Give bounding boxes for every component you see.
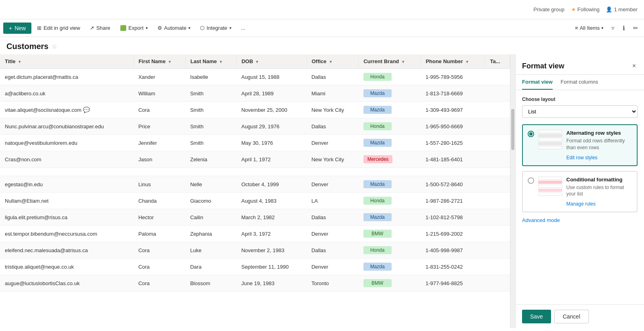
brand-badge: Mazda [363, 89, 392, 97]
info-button[interactable]: ℹ [620, 22, 627, 34]
table-area[interactable]: Title ▾ First Name ▾ Last Name ▾ DOB ▾ O… [0, 54, 510, 328]
integrate-icon: ⬡ [200, 25, 204, 31]
alternating-radio[interactable] [528, 131, 534, 137]
table-row[interactable]: natoque@vestibulumlorem.eduJenniferSmith… [0, 135, 510, 151]
table-row[interactable]: a@aclibero.co.ukWilliamSmithApril 28, 19… [0, 85, 510, 102]
page-title: Customers [6, 42, 48, 51]
format-view-panel: Format view × Format view Format columns… [515, 54, 644, 328]
panel-body: Choose layout List Gallery Board [516, 90, 644, 304]
export-chevron-icon: ▾ [146, 26, 148, 30]
firstname-sort-icon: ▾ [169, 60, 171, 64]
scroll-thumb[interactable] [511, 109, 514, 150]
table-row[interactable] [0, 168, 510, 176]
alternating-desc: Format odd rows differently than even ro… [566, 138, 632, 151]
brand-sort-icon: ▾ [402, 60, 404, 64]
brand-badge: Honda [363, 122, 392, 130]
alternating-content: Alternating row styles Format odd rows d… [566, 130, 632, 160]
tab-format-view[interactable]: Format view [522, 75, 553, 90]
brand-badge: BMW [363, 279, 392, 287]
all-items-button[interactable]: ≡ All Items ▾ [573, 23, 606, 33]
brand-badge: Mazda [363, 263, 392, 271]
table-row[interactable]: est.tempor.bibendum@neccursusa.comPaloma… [0, 226, 510, 242]
edit-button[interactable]: ✏ [631, 22, 641, 34]
table-row[interactable]: Nullam@Etiam.netChandaGiacomoAugust 4, 1… [0, 193, 510, 209]
panel-close-button[interactable]: × [631, 61, 638, 71]
following-label[interactable]: ★ Following [571, 6, 600, 12]
message-icon[interactable]: 💬 [83, 107, 90, 113]
share-icon: ↗ [90, 25, 94, 31]
col-dob[interactable]: DOB ▾ [236, 54, 306, 69]
brand-badge: Honda [363, 73, 392, 81]
title-sort-icon: ▾ [19, 60, 21, 64]
manage-rules-link[interactable]: Manage rules [566, 201, 596, 207]
edit-icon: ✏ [633, 25, 638, 31]
col-title[interactable]: Title ▾ [0, 54, 134, 69]
table-row[interactable]: Nunc.pulvinar.arcu@conubianostraper.eduP… [0, 118, 510, 135]
col-phone[interactable]: Phone Number ▾ [421, 54, 485, 69]
members-icon: 👤 [606, 6, 612, 12]
conditional-preview [538, 177, 562, 196]
automate-chevron-icon: ▾ [188, 26, 190, 30]
panel-header: Format view × [516, 54, 644, 75]
vertical-scrollbar[interactable] [510, 54, 515, 328]
command-bar: + New ⊞ Edit in grid view ↗ Share 🟩 Expo… [0, 19, 644, 37]
brand-badge: Mazda [363, 180, 392, 188]
more-options-button[interactable]: ... [237, 23, 250, 33]
panel-footer: Save Cancel [516, 304, 644, 328]
lastname-sort-icon: ▾ [220, 60, 222, 64]
all-items-chevron-icon: ▾ [601, 26, 603, 30]
brand-badge: Honda [363, 246, 392, 254]
top-right-bar: ≡ All Items ▾ ▿ ℹ ✏ [573, 22, 641, 34]
tab-format-columns[interactable]: Format columns [561, 75, 598, 90]
panel-tabs: Format view Format columns [516, 75, 644, 90]
advanced-mode-link[interactable]: Advanced mode [522, 217, 638, 223]
export-icon: 🟩 [120, 25, 126, 31]
office-sort-icon: ▾ [330, 60, 332, 64]
dob-sort-icon: ▾ [256, 60, 258, 64]
filter-button[interactable]: ▿ [609, 22, 617, 34]
brand-badge: Mazda [363, 139, 392, 147]
col-brand[interactable]: Current Brand ▾ [359, 54, 421, 69]
info-icon: ℹ [623, 25, 625, 31]
brand-badge: Mercedes [363, 155, 393, 163]
members-label: 👤 1 member [606, 6, 638, 12]
table-row[interactable]: egestas@in.eduLinusNelleOctober 4, 1999D… [0, 176, 510, 193]
conditional-content: Conditional formatting Use custom rules … [566, 177, 632, 207]
alternating-preview [538, 130, 562, 149]
table-row[interactable]: augue@luctuslobortisClas.co.ukCoraBlosso… [0, 275, 510, 292]
table-row[interactable]: ligula.elit.pretium@risus.caHectorCailin… [0, 209, 510, 226]
table-row[interactable]: eget.dictum.placerat@mattis.caXanderIsab… [0, 69, 510, 85]
layout-select[interactable]: List Gallery Board [522, 105, 638, 118]
cancel-button[interactable]: Cancel [554, 310, 589, 323]
share-button[interactable]: ↗ Share [86, 23, 114, 33]
table-row[interactable]: Cras@non.comJasonZeleniaApril 1, 1972New… [0, 151, 510, 168]
edit-row-styles-link[interactable]: Edit row styles [566, 155, 597, 160]
save-button[interactable]: Save [522, 310, 551, 323]
integrate-button[interactable]: ⬡ Integrate ▾ [196, 23, 235, 33]
col-office[interactable]: Office ▾ [307, 54, 359, 69]
following-star-icon: ★ [571, 6, 576, 12]
brand-badge: BMW [363, 230, 392, 238]
table-row[interactable]: eleifend.nec.malesuada@atrisus.caCoraLuk… [0, 242, 510, 259]
edit-grid-view-button[interactable]: ⊞ Edit in grid view [33, 23, 84, 33]
conditional-formatting-option[interactable]: Conditional formatting Use custom rules … [522, 171, 638, 213]
table-row[interactable]: tristique.aliquet@neque.co.ukCoraDaraSep… [0, 259, 510, 275]
filter-icon: ▿ [611, 25, 615, 31]
title-cell: vitae.aliquet@sociisnatoque.com [5, 107, 81, 113]
table-row[interactable]: vitae.aliquet@sociisnatoque.com 💬CoraSmi… [0, 102, 510, 118]
conditional-radio[interactable] [528, 177, 534, 184]
col-last-name[interactable]: Last Name ▾ [185, 54, 236, 69]
main-layout: Title ▾ First Name ▾ Last Name ▾ DOB ▾ O… [0, 54, 644, 328]
page-favorite-icon[interactable]: ☆ [52, 43, 57, 50]
col-ta[interactable]: Ta... [485, 54, 510, 69]
plus-icon: + [9, 25, 12, 31]
panel-title: Format view [522, 62, 564, 70]
alternating-row-option[interactable]: Alternating row styles Format odd rows d… [522, 124, 638, 166]
automate-button[interactable]: ⚙ Automate ▾ [153, 23, 195, 33]
new-button[interactable]: + New [3, 23, 31, 34]
integrate-chevron-icon: ▾ [229, 26, 231, 30]
conditional-title: Conditional formatting [566, 177, 632, 183]
export-button[interactable]: 🟩 Export ▾ [116, 23, 152, 33]
col-first-name[interactable]: First Name ▾ [134, 54, 186, 69]
brand-badge: Honda [363, 197, 392, 205]
